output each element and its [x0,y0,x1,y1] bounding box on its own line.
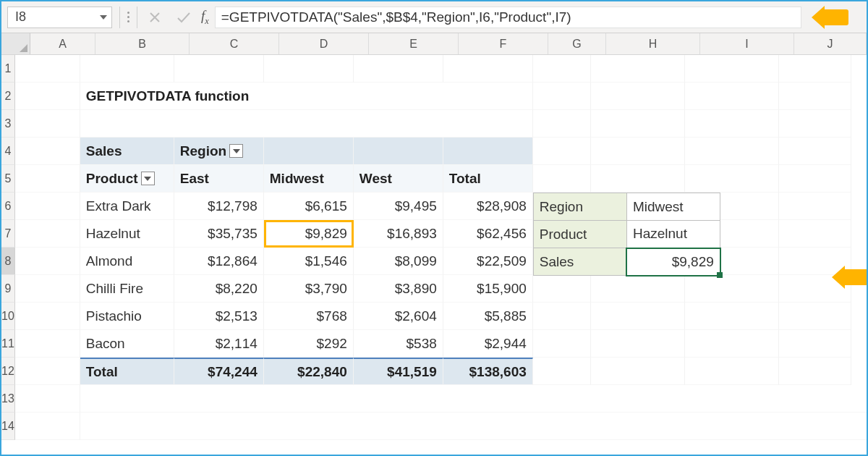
pivot-value[interactable]: $9,495 [354,193,443,220]
cell[interactable] [779,193,851,220]
cell[interactable] [15,110,80,138]
cell[interactable] [779,220,851,248]
cell[interactable] [779,83,851,110]
column-header[interactable]: F [459,33,548,54]
pivot-value[interactable]: $3,890 [354,275,443,303]
cell[interactable] [591,55,685,83]
row-header[interactable]: 5 [1,165,15,193]
pivot-value[interactable]: $35,735 [174,220,264,248]
cell[interactable] [15,385,80,413]
row-header[interactable]: 4 [1,138,15,165]
row-header[interactable]: 10 [1,303,15,330]
pivot-row-label[interactable]: Extra Dark [80,193,174,220]
cell[interactable] [533,165,591,193]
pivot-col-header[interactable]: Midwest [264,165,354,193]
column-header[interactable]: J [794,33,867,54]
pivot-value[interactable]: $3,790 [264,275,354,303]
page-title[interactable]: GETPIVOTDATA function [80,83,533,110]
pivot-row-label[interactable]: Almond [80,248,174,275]
row-header[interactable]: 8 [1,248,15,275]
cell[interactable] [685,83,779,110]
cell[interactable] [779,138,851,165]
cell[interactable] [354,138,443,165]
pivot-value[interactable]: $8,099 [354,248,443,275]
cell[interactable] [591,83,685,110]
pivot-value[interactable]: $22,509 [443,248,533,275]
row-header[interactable]: 6 [1,193,15,220]
cell[interactable] [15,303,80,330]
pivot-total[interactable]: $22,840 [264,358,354,385]
row-header[interactable]: 3 [1,110,15,138]
cell[interactable] [533,303,591,330]
pivot-value[interactable]: $28,908 [443,193,533,220]
pivot-value[interactable]: $15,900 [443,275,533,303]
lookup-label[interactable]: Region [533,193,626,221]
cell[interactable] [591,330,685,358]
column-header[interactable]: I [700,33,794,54]
cell[interactable] [15,83,80,110]
pivot-value-highlighted[interactable]: $9,829 [264,220,354,248]
cell[interactable] [533,55,591,83]
cell[interactable] [591,165,685,193]
cell[interactable] [80,413,868,440]
pivot-value[interactable]: $16,893 [354,220,443,248]
cell[interactable] [533,138,591,165]
column-header[interactable]: D [279,33,369,54]
cell[interactable] [685,358,779,385]
pivot-value[interactable]: $538 [354,330,443,358]
cell[interactable] [779,55,851,83]
pivot-sales-label[interactable]: Sales [80,138,174,165]
cell[interactable] [15,358,80,385]
cell[interactable] [779,330,851,358]
pivot-row-label[interactable]: Bacon [80,330,174,358]
cancel-button[interactable] [140,10,169,25]
pivot-total-label[interactable]: Total [80,358,174,385]
cell[interactable] [80,110,533,138]
cell[interactable] [443,138,533,165]
cell[interactable]: Region Midwest Product Hazelnut Sales $9… [591,193,685,220]
cell[interactable] [15,193,80,220]
cell[interactable] [779,165,851,193]
pivot-region-field[interactable]: Region [174,138,264,165]
formula-input[interactable]: =GETPIVOTDATA("Sales",$B$4,"Region",I6,"… [215,7,801,28]
cell[interactable] [591,110,685,138]
column-header[interactable]: C [190,33,279,54]
column-header[interactable]: A [30,33,95,54]
pivot-value[interactable]: $12,798 [174,193,264,220]
cell[interactable] [15,220,80,248]
cell[interactable] [533,275,591,303]
pivot-col-header[interactable]: Total [443,165,533,193]
cell[interactable] [591,138,685,165]
cell[interactable] [591,275,685,303]
row-header[interactable]: 14 [1,413,15,440]
cell[interactable] [685,138,779,165]
pivot-row-label[interactable]: Pistachio [80,303,174,330]
cell[interactable] [685,275,779,303]
cell[interactable] [80,55,174,83]
row-header[interactable]: 12 [1,358,15,385]
pivot-value[interactable]: $768 [264,303,354,330]
cell[interactable] [685,165,779,193]
cell[interactable] [779,303,851,330]
cell[interactable] [15,413,80,440]
pivot-value[interactable]: $2,604 [354,303,443,330]
lookup-label[interactable]: Sales [533,248,626,276]
cell[interactable] [80,385,868,413]
cell[interactable] [591,303,685,330]
cell[interactable] [685,330,779,358]
pivot-value[interactable]: $1,546 [264,248,354,275]
select-all-button[interactable] [1,33,30,54]
cell[interactable] [685,55,779,83]
row-header[interactable]: 1 [1,55,15,83]
pivot-total[interactable]: $138,603 [443,358,533,385]
row-header[interactable]: 7 [1,220,15,248]
cell[interactable] [779,110,851,138]
cell[interactable] [15,248,80,275]
cell[interactable] [685,303,779,330]
cell[interactable] [443,55,533,83]
lookup-value[interactable]: Hazelnut [626,221,720,248]
column-header[interactable]: G [548,33,606,54]
pivot-col-header[interactable]: West [354,165,443,193]
cell[interactable] [15,138,80,165]
cell[interactable] [15,330,80,358]
